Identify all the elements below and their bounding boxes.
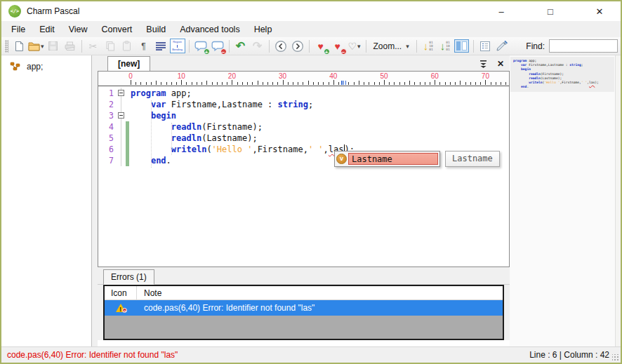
line-number: 3 (98, 110, 117, 121)
open-dropdown-icon[interactable]: ▾ (41, 43, 44, 50)
tab-new[interactable]: [new] (107, 56, 150, 71)
script-list-button[interactable] (477, 39, 493, 54)
remove-favorite-button[interactable]: ♥− (330, 39, 345, 54)
redo-button[interactable]: ↷ (250, 39, 265, 54)
menu-help[interactable]: Help (247, 22, 279, 36)
navigate-forward-button[interactable] (290, 39, 305, 54)
fold-column (117, 121, 126, 133)
region-folding-icon: Region Bending (170, 39, 185, 53)
binary-digits: 01 10 01 (446, 41, 449, 51)
menu-view[interactable]: View (62, 22, 95, 36)
paste-button[interactable] (119, 39, 135, 54)
code-line[interactable]: 4 readln(Firstname); (98, 121, 509, 133)
autocomplete-item-lastname[interactable]: Lastname (348, 153, 438, 165)
tab-errors[interactable]: Errors (1) (103, 269, 154, 285)
toolbar-grip[interactable] (5, 40, 8, 53)
import-binary-button[interactable]: ↓01 10 01 (437, 39, 453, 54)
ruler-number: 0 (128, 72, 133, 80)
menu-build[interactable]: Build (139, 22, 173, 36)
add-favorite-button[interactable]: ♥+ (313, 39, 329, 54)
close-editor-icon[interactable]: ✕ (497, 60, 504, 68)
paste-icon (122, 41, 131, 51)
inject-code-button[interactable] (494, 39, 510, 54)
minimize-button[interactable]: – (487, 2, 515, 20)
menu-edit[interactable]: Edit (32, 22, 62, 36)
maximize-button[interactable]: □ (536, 2, 564, 20)
window-title: Charm Pascal (27, 6, 79, 16)
error-note: code.pas(6,40) Error: Identifier not fou… (137, 303, 315, 313)
app-window: </> Charm Pascal – □ ✕ FileEditViewConve… (0, 0, 622, 364)
code-line[interactable]: 5 readln(Lastname); (98, 133, 509, 144)
save-button[interactable] (46, 39, 61, 54)
code-text: program app; (129, 88, 192, 99)
minimap-line: end. (513, 85, 613, 89)
status-line-col: Line : 6 | Column : 42 (529, 350, 609, 360)
indent-guide (171, 123, 172, 155)
error-row[interactable]: code.pas(6,40) Error: Identifier not fou… (105, 300, 503, 316)
favorites-menu-button[interactable]: ♡▾ (347, 39, 362, 54)
script-list-icon (479, 41, 491, 52)
errors-rows: code.pas(6,40) Error: Identifier not fou… (105, 300, 503, 316)
open-file-button[interactable]: ▾ (28, 39, 44, 54)
open-folder-icon (28, 41, 40, 51)
remove-comment-button[interactable]: − (210, 39, 225, 54)
resize-grip[interactable] (612, 354, 619, 361)
ruler-caret-marker (341, 81, 346, 85)
menu-convert[interactable]: Convert (95, 22, 140, 36)
add-comment-button[interactable]: + (193, 39, 209, 54)
column-ruler: 010203040506070 (98, 72, 509, 86)
zoom-menu-button[interactable]: Zoom... ▾ (370, 39, 413, 54)
down-arrow-yellow-icon: ↓ (423, 41, 429, 51)
fold-collapse-icon[interactable] (118, 90, 124, 96)
program-node-icon (10, 62, 21, 72)
find-input[interactable] (549, 39, 618, 53)
ruler-number: 40 (329, 72, 337, 80)
undo-button[interactable]: ↶ (233, 39, 249, 54)
fold-collapse-icon[interactable] (118, 112, 124, 119)
format-align-button[interactable] (153, 39, 168, 54)
errors-tab-bar: Errors (1) (98, 269, 510, 285)
code-line[interactable]: 1program app; (98, 88, 509, 99)
export-binary-button[interactable]: ↓01 10 01 (421, 39, 436, 54)
minimap-panel[interactable]: program app; var Firstname,Lastname : st… (510, 55, 621, 346)
show-paragraph-marks-button[interactable]: ¶ (136, 39, 152, 54)
line-number: 1 (98, 88, 117, 99)
minimap-scrollbar[interactable] (615, 55, 621, 346)
sidebar-item-program[interactable]: app; (1, 55, 91, 72)
code-line[interactable]: 3 begin (98, 110, 509, 121)
code-line[interactable]: 2 var Firstname,Lastname : string; (98, 99, 509, 110)
project-sidebar: app; (1, 55, 92, 346)
code-text: begin (129, 110, 176, 121)
zoom-dropdown-icon: ▾ (406, 43, 409, 50)
code-area[interactable]: 1program app;2 var Firstname,Lastname : … (98, 86, 509, 267)
new-file-button[interactable] (11, 39, 27, 54)
pilcrow-icon: ¶ (141, 41, 145, 51)
menu-file[interactable]: File (4, 22, 32, 36)
variable-kind-icon: v (336, 154, 347, 164)
cut-button[interactable]: ✂ (86, 39, 101, 54)
heart-outline-icon: ♡ (348, 41, 357, 51)
copy-button[interactable] (102, 39, 118, 54)
collapse-regions-icon[interactable] (479, 60, 488, 68)
new-file-icon (14, 41, 25, 52)
back-circle-icon (274, 40, 287, 53)
main-area: app; [new] ✕ 010203040506070 1program ap… (1, 55, 621, 346)
code-text: readln(Lastname); (129, 133, 258, 144)
toggle-side-panel-button[interactable] (454, 39, 470, 54)
navigate-back-button[interactable] (273, 39, 289, 54)
column-header-icon: Icon (105, 286, 137, 299)
cut-icon: ✂ (89, 41, 98, 52)
print-button[interactable] (62, 39, 78, 54)
sidebar-splitter[interactable] (92, 55, 98, 346)
region-folding-button[interactable]: Region Bending (170, 39, 185, 54)
close-button[interactable]: ✕ (585, 2, 614, 20)
fold-column (117, 155, 126, 166)
plus-badge-icon: + (204, 48, 210, 55)
binary-digits: 01 10 01 (429, 41, 432, 51)
menu-advanced-tools[interactable]: Advanced tools (173, 22, 246, 36)
printer-icon (64, 41, 76, 51)
errors-hscrollbar[interactable] (98, 340, 510, 346)
ruler-number: 20 (228, 72, 236, 80)
forward-circle-icon (291, 40, 304, 53)
down-arrow-green-icon: ↓ (440, 41, 446, 51)
